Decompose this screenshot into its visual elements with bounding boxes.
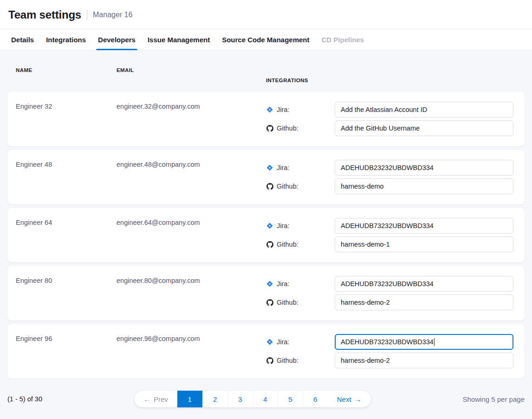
developers-panel: NAME EMAIL INTEGRATIONS Engineer 32 engi… [0,51,532,419]
table-row: Engineer 80 engineer.80@company.com Jira… [7,266,525,321]
next-label: Next [337,395,351,403]
title-divider [87,10,87,20]
tab-issue-management[interactable]: Issue Management [148,29,210,50]
jira-label: Jira: [266,164,335,171]
github-input[interactable] [335,178,513,194]
table-row: Engineer 96 engineer.96@company.com Jira… [7,324,525,379]
left-arrow-icon: ← [143,395,150,403]
github-label: Github: [266,183,335,190]
pagination-bar: (1 - 5) of 30 ← Prev 1 2 3 4 5 6 Next → … [7,391,525,407]
page-button-2[interactable]: 2 [202,391,227,407]
page-button-4[interactable]: 4 [253,391,278,407]
developer-email: engineer.32@company.com [117,92,266,146]
developer-name: Engineer 80 [16,266,117,321]
prev-label: Prev [154,395,168,403]
github-label-text: Github: [277,357,298,364]
github-label-text: Github: [277,299,298,306]
github-input[interactable] [335,120,513,136]
page-title: Team settings [8,8,81,21]
jira-label: Jira: [266,280,335,288]
page-button-6[interactable]: 6 [303,391,328,407]
github-input[interactable] [335,236,513,252]
jira-label: Jira: [266,338,335,346]
per-page-text: Showing 5 per page [463,395,525,403]
jira-label-text: Jira: [277,164,289,171]
jira-icon [266,223,273,229]
developer-email: engineer.80@company.com [117,266,266,321]
column-header-name: NAME [16,67,117,83]
page-header: Team settings Manager 16 [0,0,532,29]
jira-label-text: Jira: [277,106,289,113]
github-label-text: Github: [277,124,298,132]
next-page-button[interactable]: Next → [328,391,371,407]
developer-email: engineer.96@company.com [117,324,266,379]
table-header-row: NAME EMAIL INTEGRATIONS [7,51,525,92]
jira-label: Jira: [266,106,335,113]
jira-label-text: Jira: [277,338,289,346]
page-button-3[interactable]: 3 [227,391,253,407]
jira-icon [266,164,273,171]
tab-integrations[interactable]: Integrations [46,29,86,50]
tab-bar: Details Integrations Developers Issue Ma… [0,29,532,51]
jira-icon [266,281,273,287]
table-row: Engineer 64 engineer.64@company.com Jira… [7,208,525,262]
developer-email: engineer.64@company.com [117,208,266,262]
tab-developers[interactable]: Developers [98,29,136,50]
jira-label: Jira: [266,222,335,229]
jira-icon [266,339,273,345]
jira-input[interactable]: ADEHUDB73232UBDWBD334 [335,334,513,350]
developer-name: Engineer 32 [16,92,117,146]
github-icon [266,183,273,190]
column-header-integrations: INTEGRATIONS [266,67,525,83]
github-input[interactable] [335,353,513,368]
page-subtitle: Manager 16 [93,11,132,19]
developer-name: Engineer 48 [16,150,117,204]
jira-label-text: Jira: [277,222,289,229]
jira-icon [266,106,273,113]
jira-input-value: ADEHUDB73232UBDWBD334 [341,338,434,346]
tab-cd-pipelines[interactable]: CD Pipelines [322,29,364,50]
jira-input[interactable] [335,102,513,118]
github-label: Github: [266,299,335,306]
page-button-5[interactable]: 5 [278,391,303,407]
page-button-1[interactable]: 1 [177,391,202,407]
text-caret [434,338,435,346]
github-icon [266,125,273,132]
developer-name: Engineer 96 [16,324,117,379]
table-row: Engineer 32 engineer.32@company.com Jira… [7,92,525,146]
github-label-text: Github: [277,183,298,190]
developer-email: engineer.48@company.com [117,150,266,204]
result-range-text: (1 - 5) of 30 [7,395,42,403]
column-header-email: EMAIL [117,67,266,83]
table-row: Engineer 48 engineer.48@company.com Jira… [7,150,525,204]
jira-input[interactable] [335,160,513,176]
prev-page-button[interactable]: ← Prev [134,391,177,407]
github-label: Github: [266,357,335,364]
right-arrow-icon: → [355,395,362,403]
github-icon [266,357,273,364]
tab-details[interactable]: Details [11,29,34,50]
github-input[interactable] [335,295,513,310]
developer-name: Engineer 64 [16,208,117,262]
github-label: Github: [266,124,335,132]
jira-input[interactable] [335,276,513,292]
jira-label-text: Jira: [277,280,289,288]
github-icon [266,241,273,248]
jira-input[interactable] [335,218,513,234]
github-icon [266,299,273,306]
tab-source-code-management[interactable]: Source Code Management [222,29,309,50]
pagination: ← Prev 1 2 3 4 5 6 Next → [134,391,371,407]
github-label-text: Github: [277,241,298,248]
github-label: Github: [266,241,335,248]
